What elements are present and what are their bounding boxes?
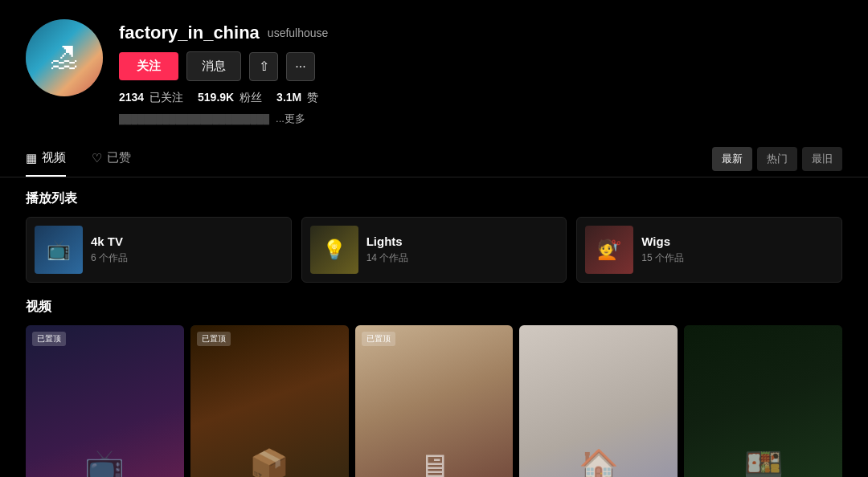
playlist-count-tv: 6 个作品 bbox=[91, 251, 283, 265]
playlist-info-tv: 4k TV 6 个作品 bbox=[91, 234, 283, 265]
playlist-card-wigs[interactable]: 💇 Wigs 15 个作品 bbox=[576, 217, 842, 283]
video-thumb-5: 🍱 bbox=[684, 325, 842, 477]
content-section: 播放列表 📺 4k TV 6 个作品 💡 Lights 14 个作品 💇 bbox=[0, 177, 868, 477]
profile-name-row: factory_in_china usefulhouse bbox=[119, 22, 842, 43]
playlist-count-lights: 14 个作品 bbox=[366, 251, 559, 265]
playlist-card-lights[interactable]: 💡 Lights 14 个作品 bbox=[301, 217, 567, 283]
playlist-name-wigs: Wigs bbox=[641, 234, 833, 248]
videos-section-title: 视频 bbox=[26, 299, 842, 316]
video-deco-1: 📺 bbox=[84, 446, 125, 477]
follow-button[interactable]: 关注 bbox=[119, 52, 178, 80]
video-card-2[interactable]: 📦 已置顶 4k smart tv unbroken big size fact… bbox=[190, 325, 349, 477]
tab-liked-label: 已赞 bbox=[107, 150, 131, 165]
tabs-section: ▦ 视频 ♡ 已赞 最新 热门 最旧 bbox=[0, 141, 868, 177]
playlist-info-lights: Lights 14 个作品 bbox=[366, 234, 559, 265]
video-deco-4: 🏠 bbox=[579, 446, 619, 477]
video-badge-3: 已置顶 bbox=[362, 332, 395, 346]
video-card-3[interactable]: 🖥 已置顶 Do u want the TV ▶ 13.7M bbox=[355, 325, 514, 477]
playlist-thumb-tv-icon: 📺 bbox=[47, 238, 71, 261]
video-card-4[interactable]: 🏠 ▶ 8970 HOT bbox=[519, 325, 678, 477]
playlist-thumb-lights: 💡 bbox=[310, 226, 358, 274]
stat-following: 2134 已关注 bbox=[119, 91, 183, 105]
sort-popular-button[interactable]: 热门 bbox=[757, 147, 797, 171]
video-card-1[interactable]: 📺 已置顶 ▶ 6.9M HOTSALE bbox=[26, 325, 184, 477]
playlist-thumb-wigs-icon: 💇 bbox=[597, 238, 621, 261]
playlist-grid: 📺 4k TV 6 个作品 💡 Lights 14 个作品 💇 Wigs 15 … bbox=[26, 217, 842, 283]
profile-section: factory_in_china usefulhouse 关注 消息 ⇧ ···… bbox=[0, 0, 868, 141]
tab-liked[interactable]: ♡ 已赞 bbox=[92, 141, 131, 177]
video-card-5[interactable]: 🍱 ▶ 3169 HOTSALE bbox=[684, 325, 842, 477]
sort-newest-button[interactable]: 最新 bbox=[712, 147, 752, 171]
more-button[interactable]: ··· bbox=[286, 52, 315, 81]
sort-oldest-button[interactable]: 最旧 bbox=[802, 147, 842, 171]
playlist-thumb-tv: 📺 bbox=[35, 226, 83, 274]
tab-videos-label: 视频 bbox=[42, 150, 66, 165]
videos-grid: 📺 已置顶 ▶ 6.9M HOTSALE 📦 已置顶 4k smart tv u… bbox=[26, 325, 842, 477]
video-badge-1: 已置顶 bbox=[32, 332, 66, 346]
bio-more-link[interactable]: ...更多 bbox=[276, 112, 305, 126]
playlist-name-tv: 4k TV bbox=[91, 234, 283, 248]
profile-actions: 关注 消息 ⇧ ··· bbox=[119, 51, 842, 81]
tab-videos-icon: ▦ bbox=[26, 151, 37, 165]
video-deco-2: 📦 bbox=[249, 446, 289, 477]
message-button[interactable]: 消息 bbox=[186, 51, 241, 81]
playlist-info-wigs: Wigs 15 个作品 bbox=[641, 234, 833, 265]
video-thumb-4: 🏠 bbox=[519, 325, 678, 477]
playlist-thumb-wigs: 💇 bbox=[585, 226, 633, 274]
profile-nickname: usefulhouse bbox=[268, 26, 329, 39]
profile-username: factory_in_china bbox=[119, 22, 260, 43]
avatar bbox=[26, 19, 103, 96]
profile-stats: 2134 已关注 519.9K 粉丝 3.1M 赞 bbox=[119, 91, 842, 105]
share-button[interactable]: ⇧ bbox=[249, 52, 278, 81]
stat-likes: 3.1M 赞 bbox=[276, 91, 318, 105]
video-deco-5: 🍱 bbox=[743, 446, 784, 477]
video-badge-2: 已置顶 bbox=[197, 332, 231, 346]
tab-videos[interactable]: ▦ 视频 bbox=[26, 141, 66, 177]
playlist-count-wigs: 15 个作品 bbox=[641, 251, 833, 265]
video-deco-3: 🖥 bbox=[418, 447, 450, 477]
playlist-card-tv[interactable]: 📺 4k TV 6 个作品 bbox=[26, 217, 292, 283]
playlist-thumb-lights-icon: 💡 bbox=[322, 238, 346, 261]
playlist-name-lights: Lights bbox=[366, 234, 559, 248]
video-thumb-2: 📦 bbox=[190, 325, 349, 477]
stat-followers: 519.9K 粉丝 bbox=[198, 91, 262, 105]
share-icon: ⇧ bbox=[259, 59, 269, 74]
tab-liked-icon: ♡ bbox=[92, 151, 102, 165]
video-thumb-1: 📺 bbox=[26, 325, 184, 477]
sort-buttons: 最新 热门 最旧 bbox=[712, 147, 842, 171]
profile-bio: ████████████████████████ ...更多 bbox=[119, 112, 842, 126]
profile-info: factory_in_china usefulhouse 关注 消息 ⇧ ···… bbox=[119, 19, 842, 126]
playlist-section-title: 播放列表 bbox=[26, 190, 842, 207]
more-icon: ··· bbox=[295, 59, 305, 74]
video-thumb-3: 🖥 bbox=[355, 325, 514, 477]
